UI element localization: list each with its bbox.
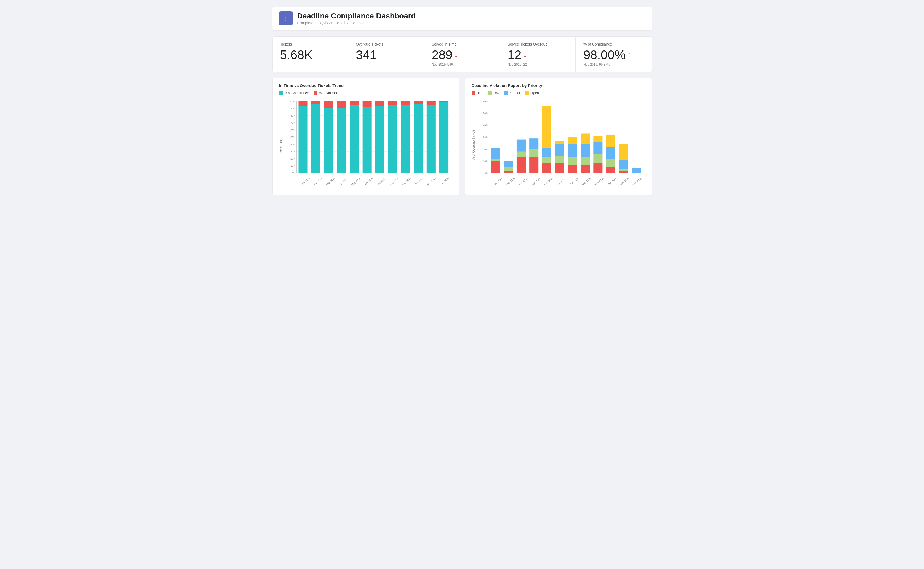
svg-rect-85 <box>568 158 577 165</box>
svg-rect-101 <box>619 169 628 170</box>
svg-rect-47 <box>439 101 448 102</box>
svg-rect-40 <box>401 105 410 173</box>
svg-rect-31 <box>337 101 346 108</box>
left-chart-title: In Time vs Overdue Tickets Trend <box>279 83 453 88</box>
left-chart-area: Percentage 0%10%20%30%40%50%60%70%80%90%… <box>279 99 453 191</box>
svg-rect-77 <box>542 158 551 163</box>
right-chart-title: Deadline Violation Report by Priority <box>472 83 645 88</box>
svg-rect-84 <box>568 164 577 173</box>
right-bar-svg: 0%10%20%30%40%50%60% <box>478 99 645 178</box>
svg-rect-46 <box>439 102 448 173</box>
svg-rect-75 <box>530 138 538 149</box>
svg-rect-82 <box>555 144 564 156</box>
right-chart-inner: 0%10%20%30%40%50%60% Jan 2019Feb 2019Mar… <box>478 99 645 191</box>
svg-rect-45 <box>426 101 435 105</box>
svg-rect-99 <box>606 135 615 147</box>
legend-urgent-label: Urgent <box>530 91 540 95</box>
svg-rect-76 <box>542 163 551 173</box>
svg-text:60%: 60% <box>483 100 488 103</box>
svg-rect-43 <box>414 101 423 104</box>
right-chart-area: % of Overdue Tickets 0%10%20%30%40%50%60… <box>472 99 645 191</box>
kpi-tickets-label: Tickets <box>280 42 341 46</box>
svg-rect-38 <box>388 105 397 173</box>
header-text: Deadline Compliance Dashboard Complete a… <box>297 12 416 25</box>
svg-rect-67 <box>504 171 513 173</box>
left-chart-legend: % of Compliance % of Violation <box>279 91 453 95</box>
svg-rect-33 <box>350 101 359 105</box>
svg-rect-95 <box>594 136 602 142</box>
svg-text:60%: 60% <box>291 129 295 131</box>
urgent-color-box <box>525 91 528 95</box>
svg-rect-81 <box>555 156 564 163</box>
svg-rect-96 <box>606 167 615 173</box>
svg-text:80%: 80% <box>291 114 295 117</box>
svg-text:100%: 100% <box>289 100 295 103</box>
svg-rect-86 <box>568 144 577 158</box>
svg-rect-103 <box>619 144 628 160</box>
legend-violation: % of Violation <box>314 91 338 95</box>
svg-rect-25 <box>298 101 307 106</box>
svg-rect-69 <box>504 161 513 167</box>
svg-text:0%: 0% <box>292 172 295 175</box>
svg-rect-91 <box>581 133 590 144</box>
high-color-box <box>472 91 475 95</box>
svg-text:20%: 20% <box>483 148 488 151</box>
kpi-solved-overdue-value: 12 ↓ <box>507 49 568 61</box>
svg-text:20%: 20% <box>291 158 295 160</box>
kpi-solved-time-sub: Nov 2019: 546 <box>432 62 492 66</box>
kpi-solved-overdue: Solved Tickets Overdue 12 ↓ Nov 2019: 22 <box>500 37 576 72</box>
kpi-compliance-pct-value: 98.00% ↑ <box>583 49 644 61</box>
svg-rect-74 <box>530 149 538 158</box>
dashboard-icon: ! <box>279 11 293 26</box>
x-label: Dec 2019 <box>631 178 645 191</box>
kpi-solved-time-label: Solved in Time <box>432 42 492 46</box>
svg-text:30%: 30% <box>291 150 295 153</box>
down-arrow-icon: ↓ <box>454 51 458 59</box>
left-y-axis-label: Percentage <box>279 99 283 191</box>
svg-rect-73 <box>530 158 538 173</box>
svg-rect-35 <box>362 101 371 107</box>
svg-rect-87 <box>568 137 577 145</box>
svg-rect-42 <box>414 104 423 173</box>
svg-rect-93 <box>594 154 602 163</box>
svg-text:!: ! <box>285 16 287 22</box>
kpi-solved-overdue-label: Solved Tickets Overdue <box>507 42 568 46</box>
violation-color-box <box>314 91 317 95</box>
dashboard: ! Deadline Compliance Dashboard Complete… <box>272 6 652 195</box>
svg-rect-66 <box>491 148 500 159</box>
svg-text:70%: 70% <box>291 122 295 124</box>
svg-rect-94 <box>594 142 602 154</box>
kpi-solved-overdue-sub: Nov 2019: 22 <box>507 62 568 66</box>
page-title: Deadline Compliance Dashboard <box>297 12 416 20</box>
legend-compliance-label: % of Compliance <box>284 91 309 95</box>
svg-rect-80 <box>555 163 564 173</box>
svg-rect-71 <box>516 152 525 158</box>
svg-rect-97 <box>606 158 615 167</box>
svg-rect-79 <box>542 106 551 148</box>
kpi-tickets-value: 5.68K <box>280 49 341 61</box>
legend-normal-label: Normal <box>509 91 520 95</box>
svg-rect-39 <box>388 101 397 105</box>
page-subtitle: Complete analysis on Deadline Compliance <box>297 21 416 25</box>
svg-rect-44 <box>426 105 435 173</box>
right-y-axis-label: % of Overdue Tickets <box>472 99 475 191</box>
svg-rect-64 <box>491 161 500 173</box>
svg-rect-78 <box>542 148 551 158</box>
svg-text:10%: 10% <box>291 164 295 167</box>
legend-low-label: Low <box>493 91 499 95</box>
kpi-solved-time-value: 289 ↓ <box>432 49 492 61</box>
legend-high-label: High <box>477 91 484 95</box>
svg-text:40%: 40% <box>483 124 488 126</box>
svg-rect-98 <box>606 147 615 158</box>
svg-text:30%: 30% <box>483 136 488 138</box>
legend-high: High <box>472 91 484 95</box>
svg-text:50%: 50% <box>483 112 488 115</box>
kpi-compliance-pct: % of Compliance 98.00% ↑ Nov 2019: 95.37… <box>576 37 652 72</box>
left-x-labels: Jan 2019Feb 2019Mar 2019Apr 2019May 2019… <box>285 178 453 191</box>
kpi-compliance-pct-label: % of Compliance <box>583 42 644 46</box>
svg-rect-70 <box>516 158 525 173</box>
svg-rect-68 <box>504 167 513 170</box>
legend-compliance: % of Compliance <box>279 91 309 95</box>
svg-rect-34 <box>362 107 371 173</box>
svg-rect-88 <box>581 164 590 173</box>
